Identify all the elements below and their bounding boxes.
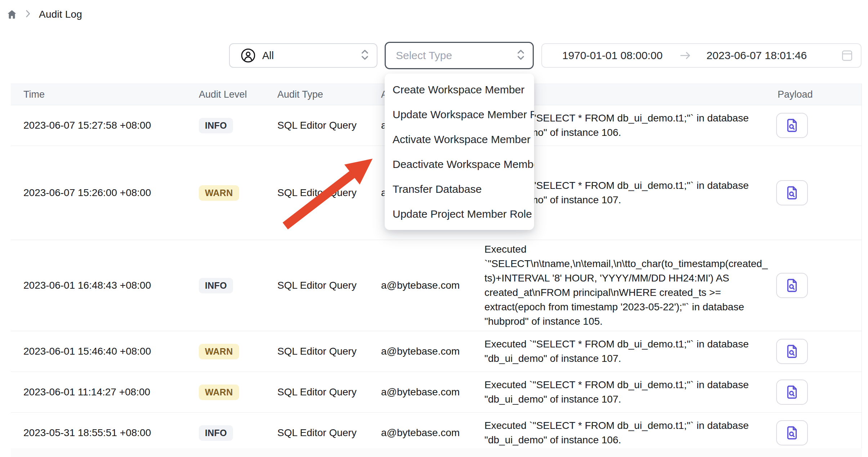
breadcrumb-chevron-icon [25,10,31,19]
cell-audit-type: SQL Editor Query [277,427,381,439]
cell-actor: a@bytebase.com [381,427,484,439]
audit-level-badge: INFO [199,425,233,441]
cell-comment: Executed `"SELECT * FROM db_ui_demo.t1;"… [484,337,769,366]
col-header-audit-type: Audit Type [277,89,381,100]
view-payload-button[interactable] [776,380,808,405]
cell-actor: a@bytebase.com [381,280,484,291]
cell-time: 2023-05-31 18:55:51 +08:00 [11,427,199,439]
view-payload-button[interactable] [776,180,808,205]
table-row: 2023-06-01 15:46:40 +08:00 WARN SQL Edit… [11,331,862,372]
menu-item-update-project-member[interactable]: Update Project Member Role [385,201,534,226]
cell-time: 2023-06-07 15:27:58 +08:00 [11,120,199,131]
col-header-audit-level: Audit Level [199,89,277,100]
cell-actor: a@bytebase.com [381,346,484,357]
view-payload-button[interactable] [776,273,808,298]
breadcrumb: Audit Log [6,9,82,20]
col-header-payload: Payload [776,89,862,100]
home-icon[interactable] [6,9,17,20]
type-filter-select[interactable]: Select Type [385,42,534,69]
view-payload-button[interactable] [776,420,808,445]
table-row: 2023-06-01 11:14:27 +08:00 WARN SQL Edit… [11,372,862,413]
table-bottom-strip [11,448,862,457]
col-header-time: Time [11,89,199,100]
view-payload-button[interactable] [776,339,808,364]
table-row: 2023-06-01 16:48:43 +08:00 INFO SQL Edit… [11,240,862,331]
table-row: 2023-05-31 18:55:51 +08:00 INFO SQL Edit… [11,413,862,453]
menu-item-update-workspace-member[interactable]: Update Workspace Member Role [385,102,534,127]
menu-item-deactivate-workspace-member[interactable]: Deactivate Workspace Member [385,152,534,177]
menu-item-activate-workspace-member[interactable]: Activate Workspace Member [385,127,534,152]
chevron-up-down-icon [360,49,370,62]
menu-item-transfer-database[interactable]: Transfer Database [385,177,534,201]
cell-comment: Executed `"SELECT * FROM db_ui_demo.t1;"… [484,378,769,407]
view-payload-button[interactable] [776,113,808,138]
actor-filter-value: All [262,50,274,62]
cell-comment: Executed `"SELECT\n\tname,\n\temail,\n\t… [484,242,769,329]
cell-audit-type: SQL Editor Query [277,187,381,199]
cell-time: 2023-06-01 11:14:27 +08:00 [11,386,199,398]
calendar-icon [841,49,854,62]
cell-audit-type: SQL Editor Query [277,120,381,131]
cell-time: 2023-06-07 15:26:00 +08:00 [11,187,199,199]
page-title: Audit Log [39,9,82,20]
date-range-picker[interactable]: 1970-01-01 08:00:00 2023-06-07 18:01:46 [541,43,862,68]
audit-level-badge: INFO [199,278,233,293]
audit-level-badge: WARN [199,385,239,400]
cell-comment: Executed `"SELECT * FROM db_ui_demo.t1;"… [484,418,769,447]
date-range-start[interactable]: 1970-01-01 08:00:00 [562,49,663,62]
type-filter-placeholder: Select Type [396,49,452,62]
cell-actor: a@bytebase.com [381,386,484,398]
cell-audit-type: SQL Editor Query [277,280,381,291]
cell-time: 2023-06-01 16:48:43 +08:00 [11,280,199,291]
cell-time: 2023-06-01 15:46:40 +08:00 [11,346,199,357]
type-filter-dropdown-menu: Create Workspace Member Update Workspace… [385,74,534,230]
chevron-up-down-icon [516,49,525,62]
arrow-right-icon [679,50,692,61]
actor-filter-select[interactable]: All [229,43,377,68]
cell-audit-type: SQL Editor Query [277,346,381,357]
user-circle-icon [241,48,256,63]
date-range-end[interactable]: 2023-06-07 18:01:46 [707,49,807,62]
cell-audit-type: SQL Editor Query [277,386,381,398]
menu-item-create-workspace-member[interactable]: Create Workspace Member [385,77,534,102]
audit-level-badge: WARN [199,344,239,359]
audit-level-badge: WARN [199,185,239,201]
audit-level-badge: INFO [199,118,233,133]
